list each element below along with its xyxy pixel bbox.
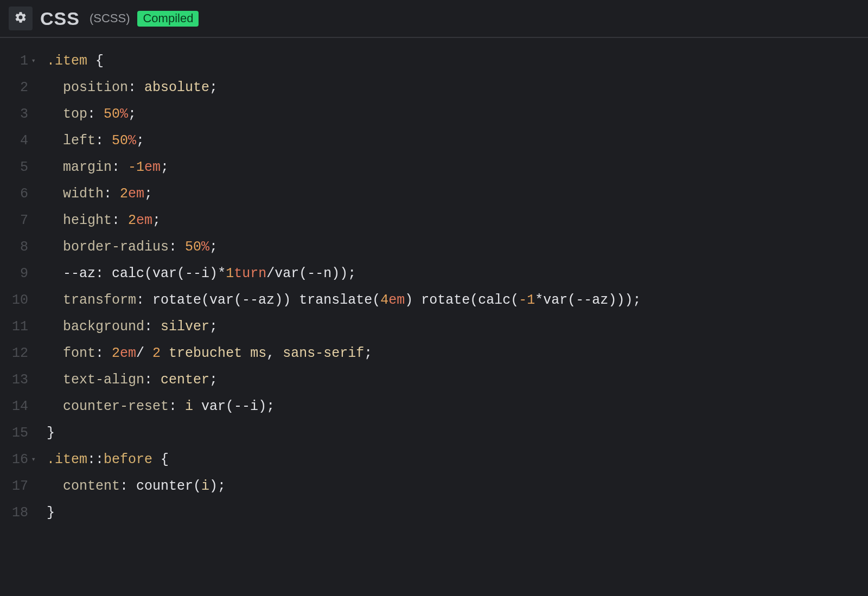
line-number: 12 (0, 340, 28, 367)
line-number: 6 (0, 181, 28, 207)
line-number: 17 (0, 473, 28, 499)
code-line[interactable]: transform: rotate(var(--az)) translate(4… (47, 287, 868, 313)
line-number: 7 (0, 207, 28, 234)
line-number: 15 (0, 420, 28, 446)
line-number: 8 (0, 234, 28, 260)
code-line[interactable]: background: silver; (47, 313, 868, 340)
code-line[interactable]: position: absolute; (47, 74, 868, 101)
code-line[interactable]: .item::before { (47, 446, 868, 473)
code-line[interactable]: } (47, 420, 868, 446)
code-line[interactable]: border-radius: 50%; (47, 234, 868, 260)
code-line[interactable]: content: counter(i); (47, 473, 868, 499)
compiled-badge[interactable]: Compiled (137, 11, 199, 27)
line-number: 4 (0, 127, 28, 154)
code-line[interactable]: counter-reset: i var(--i); (47, 393, 868, 420)
panel-subtitle: (SCSS) (90, 11, 130, 25)
code-content[interactable]: .item { position: absolute; top: 50%; le… (35, 48, 868, 526)
gear-icon (14, 11, 27, 27)
code-line[interactable]: text-align: center; (47, 367, 868, 393)
line-number: 1▾ (0, 48, 28, 74)
line-number: 14 (0, 393, 28, 420)
code-line[interactable]: } (47, 499, 868, 526)
code-line[interactable]: --az: calc(var(--i)*1turn/var(--n)); (47, 260, 868, 287)
code-line[interactable]: font: 2em/ 2 trebuchet ms, sans-serif; (47, 340, 868, 367)
line-number: 5 (0, 154, 28, 181)
fold-arrow-icon[interactable]: ▾ (31, 48, 36, 74)
line-number: 11 (0, 313, 28, 340)
line-number: 18 (0, 499, 28, 526)
line-number: 13 (0, 367, 28, 393)
code-line[interactable]: .item { (47, 48, 868, 74)
panel-title: CSS (40, 8, 80, 29)
code-line[interactable]: top: 50%; (47, 101, 868, 127)
code-editor[interactable]: 1▾2345678910111213141516▾1718 .item { po… (0, 38, 868, 526)
code-line[interactable]: width: 2em; (47, 181, 868, 207)
settings-button[interactable] (9, 7, 33, 30)
code-line[interactable]: height: 2em; (47, 207, 868, 234)
line-number: 2 (0, 74, 28, 101)
line-number: 3 (0, 101, 28, 127)
line-number-gutter: 1▾2345678910111213141516▾1718 (0, 48, 35, 526)
line-number: 16▾ (0, 446, 28, 473)
code-line[interactable]: left: 50%; (47, 127, 868, 154)
line-number: 9 (0, 260, 28, 287)
panel-header: CSS (SCSS) Compiled (0, 0, 868, 38)
line-number: 10 (0, 287, 28, 313)
code-line[interactable]: margin: -1em; (47, 154, 868, 181)
fold-arrow-icon[interactable]: ▾ (31, 446, 36, 473)
